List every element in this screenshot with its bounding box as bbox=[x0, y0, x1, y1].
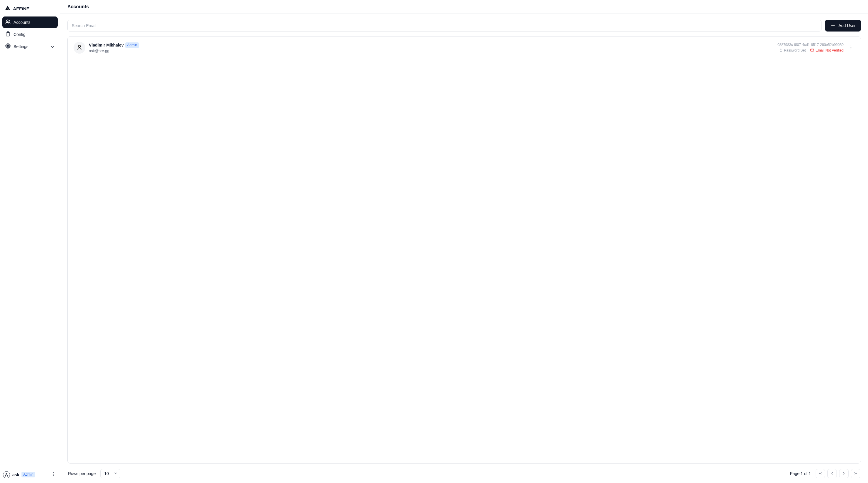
chevrons-right-icon bbox=[854, 471, 858, 476]
user-avatar-icon bbox=[3, 471, 10, 478]
avatar bbox=[73, 42, 85, 54]
sidebar-footer-user: ask Admin bbox=[0, 467, 60, 483]
sidebar-item-label: Config bbox=[13, 32, 25, 37]
sidebar: AFFiNE Accounts bbox=[0, 0, 60, 483]
affine-logo-icon bbox=[5, 5, 10, 12]
user-name: Vladimir Mikhalev bbox=[89, 43, 124, 48]
footer-user-role-badge: Admin bbox=[22, 472, 35, 477]
user-row-more-button[interactable] bbox=[847, 44, 855, 52]
page-info: Page 1 of 1 bbox=[790, 471, 811, 476]
brand: AFFiNE bbox=[2, 2, 58, 15]
svg-point-4 bbox=[53, 473, 54, 473]
add-user-button[interactable]: Add User bbox=[825, 20, 861, 31]
main: Accounts Add User bbox=[60, 0, 868, 483]
sidebar-item-label: Accounts bbox=[13, 20, 31, 25]
user-role-badge: Admin bbox=[125, 42, 139, 48]
plus-icon bbox=[830, 23, 836, 29]
user-icon bbox=[76, 44, 83, 52]
user-email: ask@sre.gg bbox=[89, 49, 774, 53]
email-status: Email Not Verified bbox=[810, 48, 844, 53]
gear-icon bbox=[5, 43, 10, 50]
rows-per-page-value: 10 bbox=[104, 471, 109, 476]
users-icon bbox=[5, 19, 10, 25]
sidebar-item-accounts[interactable]: Accounts bbox=[2, 17, 58, 28]
svg-point-0 bbox=[6, 20, 8, 22]
brand-name: AFFiNE bbox=[13, 6, 29, 11]
users-list: Vladimir Mikhalev Admin ask@sre.gg 08879… bbox=[67, 36, 861, 463]
chevron-down-icon bbox=[114, 471, 118, 476]
page-next-button[interactable] bbox=[839, 469, 848, 478]
clipboard-icon bbox=[5, 31, 10, 37]
search-input[interactable] bbox=[67, 20, 822, 31]
chevron-down-icon bbox=[50, 44, 55, 49]
svg-point-2 bbox=[7, 45, 9, 47]
svg-point-9 bbox=[78, 45, 80, 47]
svg-point-6 bbox=[53, 475, 54, 476]
password-status: Password Set bbox=[779, 48, 806, 53]
more-vertical-icon bbox=[51, 473, 56, 478]
chevron-left-icon bbox=[830, 471, 834, 476]
mail-icon bbox=[810, 48, 814, 53]
page-last-button[interactable] bbox=[851, 469, 860, 478]
svg-point-14 bbox=[850, 49, 851, 49]
footer-user-more-button[interactable] bbox=[50, 470, 57, 479]
page-title: Accounts bbox=[60, 0, 868, 14]
lock-icon bbox=[779, 48, 783, 53]
rows-per-page-select[interactable]: 10 bbox=[100, 469, 120, 478]
svg-point-12 bbox=[850, 45, 851, 46]
chevron-right-icon bbox=[842, 471, 846, 476]
svg-rect-10 bbox=[780, 50, 782, 51]
sidebar-item-label: Settings bbox=[13, 44, 29, 49]
page-prev-button[interactable] bbox=[827, 469, 837, 478]
svg-point-5 bbox=[53, 474, 54, 475]
add-user-label: Add User bbox=[839, 23, 856, 28]
svg-rect-1 bbox=[7, 32, 9, 33]
page-first-button[interactable] bbox=[816, 469, 825, 478]
more-vertical-icon bbox=[848, 46, 854, 51]
footer-user-name: ask bbox=[12, 473, 19, 477]
rows-per-page-label: Rows per page bbox=[68, 471, 96, 476]
sidebar-item-settings[interactable]: Settings bbox=[2, 40, 58, 52]
svg-point-13 bbox=[850, 47, 851, 48]
sidebar-item-config[interactable]: Config bbox=[2, 29, 58, 40]
chevrons-left-icon bbox=[818, 471, 823, 476]
user-row[interactable]: Vladimir Mikhalev Admin ask@sre.gg 08879… bbox=[72, 41, 857, 54]
svg-point-3 bbox=[6, 473, 7, 475]
user-id: 0887983c-9f07-4cd1-8517-260e52b99030 bbox=[777, 43, 844, 47]
